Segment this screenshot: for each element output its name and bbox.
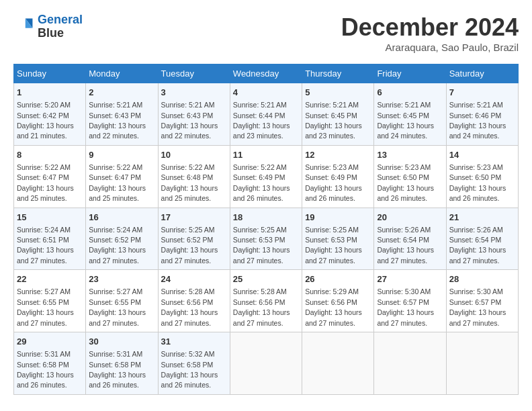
day-info: Sunrise: 5:26 AMSunset: 6:54 PMDaylight:… <box>377 226 434 265</box>
day-info: Sunrise: 5:21 AMSunset: 6:43 PMDaylight:… <box>161 101 218 140</box>
logo: General Blue <box>13 13 83 40</box>
day-number: 25 <box>233 273 299 285</box>
weekday-header-tuesday: Tuesday <box>158 64 230 83</box>
week-row-5: 29 Sunrise: 5:31 AMSunset: 6:58 PMDaylig… <box>14 332 519 395</box>
day-number: 5 <box>305 87 371 99</box>
day-number: 4 <box>233 87 299 99</box>
day-cell: 26 Sunrise: 5:29 AMSunset: 6:56 PMDaylig… <box>302 270 374 332</box>
day-cell: 11 Sunrise: 5:22 AMSunset: 6:49 PMDaylig… <box>230 145 302 208</box>
day-number: 7 <box>449 87 515 99</box>
day-cell: 10 Sunrise: 5:22 AMSunset: 6:48 PMDaylig… <box>158 145 230 208</box>
day-number: 30 <box>89 336 154 348</box>
weekday-header-thursday: Thursday <box>302 64 374 83</box>
day-info: Sunrise: 5:24 AMSunset: 6:52 PMDaylight:… <box>89 226 146 265</box>
day-cell: 17 Sunrise: 5:25 AMSunset: 6:52 PMDaylig… <box>158 208 230 270</box>
logo-icon <box>13 16 35 38</box>
day-cell: 28 Sunrise: 5:30 AMSunset: 6:57 PMDaylig… <box>446 270 518 332</box>
day-cell: 6 Sunrise: 5:21 AMSunset: 6:45 PMDayligh… <box>374 83 446 146</box>
day-info: Sunrise: 5:24 AMSunset: 6:51 PMDaylight:… <box>17 226 74 265</box>
day-number: 26 <box>305 273 371 285</box>
day-cell: 1 Sunrise: 5:20 AMSunset: 6:42 PMDayligh… <box>14 83 86 146</box>
day-number: 15 <box>17 212 83 224</box>
day-info: Sunrise: 5:23 AMSunset: 6:50 PMDaylight:… <box>377 163 434 202</box>
day-info: Sunrise: 5:22 AMSunset: 6:47 PMDaylight:… <box>17 163 74 202</box>
day-number: 28 <box>449 273 515 285</box>
day-cell: 30 Sunrise: 5:31 AMSunset: 6:58 PMDaylig… <box>86 332 158 395</box>
day-cell: 19 Sunrise: 5:25 AMSunset: 6:53 PMDaylig… <box>302 208 374 270</box>
day-cell <box>446 332 518 395</box>
day-number: 22 <box>17 273 83 285</box>
day-cell: 9 Sunrise: 5:22 AMSunset: 6:47 PMDayligh… <box>86 145 158 208</box>
day-cell <box>374 332 446 395</box>
day-info: Sunrise: 5:20 AMSunset: 6:42 PMDaylight:… <box>17 101 74 140</box>
day-number: 11 <box>233 149 299 161</box>
week-row-4: 22 Sunrise: 5:27 AMSunset: 6:55 PMDaylig… <box>14 270 519 332</box>
day-number: 10 <box>161 149 227 161</box>
day-cell: 24 Sunrise: 5:28 AMSunset: 6:56 PMDaylig… <box>158 270 230 332</box>
day-number: 2 <box>89 87 154 99</box>
day-info: Sunrise: 5:21 AMSunset: 6:46 PMDaylight:… <box>449 101 506 140</box>
day-number: 31 <box>161 336 227 348</box>
day-cell: 23 Sunrise: 5:27 AMSunset: 6:55 PMDaylig… <box>86 270 158 332</box>
title-block: December 2024 Araraquara, Sao Paulo, Bra… <box>341 13 519 53</box>
day-info: Sunrise: 5:26 AMSunset: 6:54 PMDaylight:… <box>449 226 506 265</box>
day-info: Sunrise: 5:30 AMSunset: 6:57 PMDaylight:… <box>449 287 506 326</box>
day-info: Sunrise: 5:23 AMSunset: 6:49 PMDaylight:… <box>305 163 362 202</box>
day-cell: 20 Sunrise: 5:26 AMSunset: 6:54 PMDaylig… <box>374 208 446 270</box>
weekday-header-monday: Monday <box>86 64 158 83</box>
day-cell: 3 Sunrise: 5:21 AMSunset: 6:43 PMDayligh… <box>158 83 230 146</box>
day-info: Sunrise: 5:27 AMSunset: 6:55 PMDaylight:… <box>17 287 74 326</box>
day-number: 18 <box>233 212 299 224</box>
day-number: 29 <box>17 336 83 348</box>
location-subtitle: Araraquara, Sao Paulo, Brazil <box>341 42 519 53</box>
day-number: 9 <box>89 149 154 161</box>
day-number: 14 <box>449 149 515 161</box>
day-cell: 25 Sunrise: 5:28 AMSunset: 6:56 PMDaylig… <box>230 270 302 332</box>
day-cell <box>302 332 374 395</box>
day-number: 1 <box>17 87 83 99</box>
day-number: 13 <box>377 149 443 161</box>
weekday-header-friday: Friday <box>374 64 446 83</box>
day-cell: 27 Sunrise: 5:30 AMSunset: 6:57 PMDaylig… <box>374 270 446 332</box>
day-cell: 8 Sunrise: 5:22 AMSunset: 6:47 PMDayligh… <box>14 145 86 208</box>
day-info: Sunrise: 5:22 AMSunset: 6:49 PMDaylight:… <box>233 163 290 202</box>
day-cell: 15 Sunrise: 5:24 AMSunset: 6:51 PMDaylig… <box>14 208 86 270</box>
day-cell: 18 Sunrise: 5:25 AMSunset: 6:53 PMDaylig… <box>230 208 302 270</box>
day-number: 8 <box>17 149 83 161</box>
day-info: Sunrise: 5:25 AMSunset: 6:52 PMDaylight:… <box>161 226 218 265</box>
month-title: December 2024 <box>341 13 519 42</box>
day-cell: 22 Sunrise: 5:27 AMSunset: 6:55 PMDaylig… <box>14 270 86 332</box>
day-cell: 13 Sunrise: 5:23 AMSunset: 6:50 PMDaylig… <box>374 145 446 208</box>
day-info: Sunrise: 5:30 AMSunset: 6:57 PMDaylight:… <box>377 287 434 326</box>
day-info: Sunrise: 5:28 AMSunset: 6:56 PMDaylight:… <box>161 287 218 326</box>
logo-blue: Blue <box>38 27 83 40</box>
day-info: Sunrise: 5:27 AMSunset: 6:55 PMDaylight:… <box>89 287 146 326</box>
day-info: Sunrise: 5:31 AMSunset: 6:58 PMDaylight:… <box>89 350 146 389</box>
day-number: 20 <box>377 212 443 224</box>
day-number: 27 <box>377 273 443 285</box>
day-cell: 7 Sunrise: 5:21 AMSunset: 6:46 PMDayligh… <box>446 83 518 146</box>
day-number: 21 <box>449 212 515 224</box>
day-info: Sunrise: 5:29 AMSunset: 6:56 PMDaylight:… <box>305 287 362 326</box>
day-info: Sunrise: 5:25 AMSunset: 6:53 PMDaylight:… <box>233 226 290 265</box>
calendar-table: SundayMondayTuesdayWednesdayThursdayFrid… <box>13 64 519 395</box>
day-cell: 2 Sunrise: 5:21 AMSunset: 6:43 PMDayligh… <box>86 83 158 146</box>
week-row-3: 15 Sunrise: 5:24 AMSunset: 6:51 PMDaylig… <box>14 208 519 270</box>
day-info: Sunrise: 5:22 AMSunset: 6:48 PMDaylight:… <box>161 163 218 202</box>
day-cell: 5 Sunrise: 5:21 AMSunset: 6:45 PMDayligh… <box>302 83 374 146</box>
page-header: General Blue December 2024 Araraquara, S… <box>13 13 519 53</box>
weekday-header-row: SundayMondayTuesdayWednesdayThursdayFrid… <box>14 64 519 83</box>
day-info: Sunrise: 5:31 AMSunset: 6:58 PMDaylight:… <box>17 350 74 389</box>
day-info: Sunrise: 5:28 AMSunset: 6:56 PMDaylight:… <box>233 287 290 326</box>
weekday-header-saturday: Saturday <box>446 64 518 83</box>
day-cell: 21 Sunrise: 5:26 AMSunset: 6:54 PMDaylig… <box>446 208 518 270</box>
day-cell: 14 Sunrise: 5:23 AMSunset: 6:50 PMDaylig… <box>446 145 518 208</box>
day-number: 23 <box>89 273 154 285</box>
day-info: Sunrise: 5:21 AMSunset: 6:43 PMDaylight:… <box>89 101 146 140</box>
day-number: 24 <box>161 273 227 285</box>
weekday-header-sunday: Sunday <box>14 64 86 83</box>
day-info: Sunrise: 5:23 AMSunset: 6:50 PMDaylight:… <box>449 163 506 202</box>
day-number: 19 <box>305 212 371 224</box>
weekday-header-wednesday: Wednesday <box>230 64 302 83</box>
day-info: Sunrise: 5:21 AMSunset: 6:44 PMDaylight:… <box>233 101 290 140</box>
